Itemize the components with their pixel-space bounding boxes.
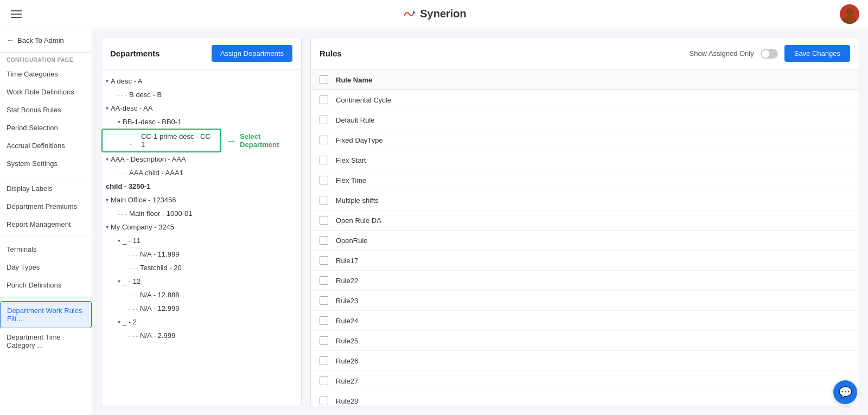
tree-item-7[interactable]: child - 3250-1 [101,180,155,193]
rules-header: Rules Show Assigned Only Save Changes [311,37,859,70]
tree-item-17[interactable]: ▾ _ - 2 [101,315,141,329]
tree-item-18[interactable]: - - - N/A - 2.999 [101,329,180,342]
sidebar: ← Back To Admin CONFIGURATION PAGE Time … [0,28,92,415]
rule-checkbox-14[interactable] [320,376,328,385]
tree-item-label: My Company - 3245 [111,223,174,231]
rule-name-label: Default Rule [336,116,375,124]
rule-row: Multiple shifts [311,190,859,210]
tree-item-6[interactable]: - - - AAA child - AAA1 [101,166,188,180]
sidebar-item-punch-definitions[interactable]: Punch Definitions [0,276,92,294]
tree-item-8[interactable]: ▾ Main Office - 123456 [101,193,180,207]
rule-row: Rule27 [311,371,859,391]
tree-item-13[interactable]: - - - Testchild - 20 [101,261,186,274]
tree-item-label: BB-1-desc - BB0-1 [123,118,181,126]
sidebar-item-terminals[interactable]: Terminals [0,240,92,258]
rule-checkbox-11[interactable] [320,316,328,325]
tree-item-10[interactable]: ▾ My Company - 3245 [101,220,178,234]
chevron-icon: ▾ [106,156,108,162]
rules-table: Rule Name Continental CycleDefault RuleF… [311,70,859,406]
tree-item-16[interactable]: - - - N/A - 12.999 [101,302,183,315]
tree-item-label: Main floor - 1000-01 [129,209,192,218]
save-changes-button[interactable]: Save Changes [784,45,850,62]
tree-item-3[interactable]: ▾ BB-1-desc - BB0-1 [101,115,186,129]
dash-icon: - - - [129,305,138,312]
rule-row: Rule22 [311,271,859,291]
rule-checkbox-10[interactable] [320,296,328,305]
sidebar-item-period-selection[interactable]: Period Selection [0,119,92,137]
rule-checkbox-12[interactable] [320,336,328,345]
dash-icon: - - - [129,251,138,258]
tree-item-14[interactable]: ▾ _ - 12 [101,274,145,288]
sidebar-item-accrual-definitions[interactable]: Accrual Definitions [0,137,92,155]
back-to-admin[interactable]: ← Back To Admin [0,28,92,53]
rule-checkbox-15[interactable] [320,397,328,405]
rule-name-label: Flex Start [336,156,366,164]
tree-item-label: _ - 12 [123,277,141,285]
tree-item-0[interactable]: ▾ A desc - A [101,74,147,88]
rule-row: OpenRule [311,231,859,251]
rule-row: Rule26 [311,351,859,371]
rule-row: Rule24 [311,311,859,331]
sidebar-item-time-categories[interactable]: Time Categories [0,65,92,83]
rule-checkbox-7[interactable] [320,236,328,245]
rule-name-header: Rule Name [336,76,372,84]
show-assigned-toggle[interactable] [761,49,778,59]
chat-bubble[interactable]: 💬 [833,380,857,404]
rule-row: Rule23 [311,291,859,311]
tree-item-5[interactable]: ▾ AAA - Description - AAA [101,152,190,166]
sidebar-divider [0,297,92,298]
user-avatar[interactable] [840,4,859,24]
rule-checkbox-4[interactable] [320,176,328,184]
main-layout: ← Back To Admin CONFIGURATION PAGE Time … [0,28,868,415]
hamburger-menu[interactable] [9,8,24,20]
rule-name-label: Rule25 [336,337,358,345]
sidebar-item-work-rule-definitions[interactable]: Work Rule Definitions [0,83,92,101]
rule-checkbox-1[interactable] [320,116,328,124]
rule-checkbox-0[interactable] [320,95,328,104]
tree-item-label: CC-1 prime desc - CC-1 [141,132,216,149]
rule-name-label: Continental Cycle [336,96,391,104]
sidebar-item-day-types[interactable]: Day Types [0,258,92,276]
rule-checkbox-5[interactable] [320,196,328,205]
tree-item-9[interactable]: - - - Main floor - 1000-01 [101,207,196,220]
rule-name-label: Rule26 [336,357,358,365]
rule-checkbox-9[interactable] [320,276,328,285]
departments-header: Departments Assign Departments [101,37,301,70]
assign-departments-button[interactable]: Assign Departments [212,45,292,62]
select-dept-label: Select Department [240,132,301,149]
rule-row: Open Rule DA [311,210,859,231]
select-all-checkbox[interactable] [320,75,328,84]
tree-item-15[interactable]: - - - N/A - 12.888 [101,288,183,302]
tree-item-12[interactable]: - - - N/A - 11.999 [101,247,183,261]
svg-point-2 [846,8,853,16]
rules-header-right: Show Assigned Only Save Changes [689,45,850,62]
rule-name-label: Rule28 [336,397,358,405]
tree-item-2[interactable]: ▾ AA-desc - AA [101,101,157,115]
tree-item-4[interactable]: - - - CC-1 prime desc - CC-1 [101,129,221,152]
rule-checkbox-13[interactable] [320,356,328,365]
sidebar-item-system-settings[interactable]: System Settings [0,155,92,173]
chevron-icon: ▾ [118,278,120,284]
rule-name-label: Rule27 [336,377,358,385]
sidebar-item-department-premiums[interactable]: Department Premiums [0,197,92,215]
sidebar-item-stat-bonus-rules[interactable]: Stat Bonus Rules [0,101,92,119]
dash-icon: - - - [129,292,138,298]
tree-item-1[interactable]: - - - B desc - B [101,88,166,101]
sidebar-item-department-time-category[interactable]: Department Time Category ... [0,328,92,354]
sidebar-item-display-labels[interactable]: Display Labels [0,180,92,197]
rule-checkbox-6[interactable] [320,216,328,225]
rule-checkbox-8[interactable] [320,256,328,265]
rule-name-label: Rule17 [336,257,358,265]
rule-row: Continental Cycle [311,90,859,110]
rule-checkbox-2[interactable] [320,136,328,144]
rule-row: Rule25 [311,331,859,351]
tree-item-label: AAA - Description - AAA [111,155,186,163]
sidebar-item-report-management[interactable]: Report Management [0,215,92,233]
dash-icon: - - - [129,333,138,339]
rule-checkbox-3[interactable] [320,156,328,164]
sidebar-item-department-work-rules-filt[interactable]: Department Work Rules Filt... [0,301,92,328]
tree-item-11[interactable]: ▾ _ - 11 [101,234,145,247]
chevron-icon: ▾ [118,238,120,244]
rule-row: Rule28 [311,391,859,406]
tree-item-label: _ - 11 [123,237,141,245]
